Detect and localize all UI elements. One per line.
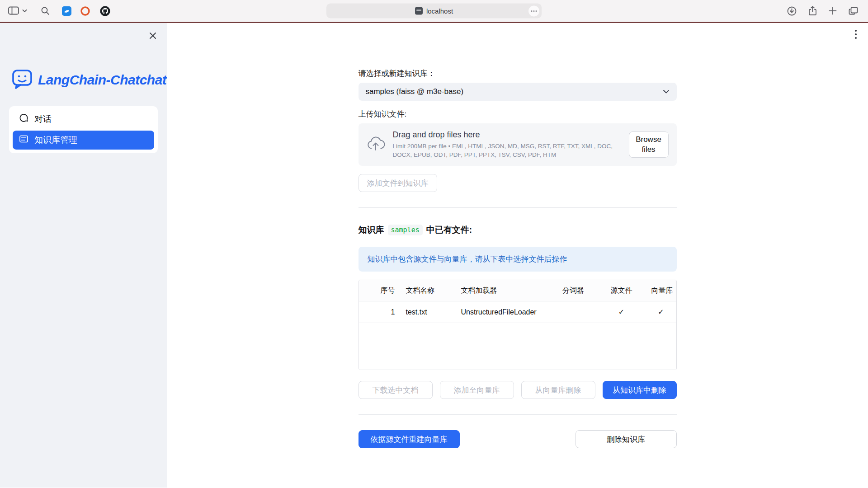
col-header-splitter: 分词器: [550, 286, 597, 296]
kb-heading-prefix: 知识库: [359, 224, 384, 236]
sidebar-toggle-icon[interactable]: [8, 6, 20, 15]
tab-overview-icon[interactable]: [849, 7, 858, 15]
upload-label: 上传知识文件:: [359, 109, 677, 119]
cell-source-check: ✓: [597, 308, 646, 316]
dropzone-title: Drag and drop files here: [393, 130, 621, 140]
downloads-icon[interactable]: [787, 6, 797, 16]
info-banner: 知识库中包含源文件与向量库，请从下表中选择文件后操作: [359, 247, 677, 272]
files-table: 序号 文档名称 文档加载器 分词器 源文件 向量库 1 test.txt Uns…: [359, 280, 677, 370]
delete-kb-button[interactable]: 删除知识库: [576, 430, 677, 448]
url-text: localhost: [426, 7, 453, 15]
remove-from-vector-button[interactable]: 从向量库删除: [521, 381, 595, 399]
kb-select-label: 请选择或新建知识库：: [359, 68, 677, 79]
col-header-loader: 文档加载器: [456, 286, 550, 296]
browse-files-button[interactable]: Browse files: [629, 131, 669, 158]
sidebar-nav: 对话 知识库管理: [9, 106, 158, 153]
address-bar[interactable]: localhost: [326, 4, 542, 19]
record-ring-icon[interactable]: [80, 6, 90, 16]
cell-loader: UnstructuredFileLoader: [456, 308, 550, 316]
kb-heading-suffix: 中已有文件:: [426, 224, 472, 236]
blue-app-icon[interactable]: [61, 6, 72, 16]
file-dropzone[interactable]: Drag and drop files here Limit 200MB per…: [359, 123, 677, 166]
sidebar-item-dialogue[interactable]: 对话: [13, 110, 154, 129]
app-menu-icon[interactable]: [854, 29, 857, 41]
app-logo: LangChain-Chatchat: [12, 69, 167, 91]
sidebar-chevron-icon[interactable]: [22, 9, 27, 13]
section-divider: [359, 414, 677, 415]
kb-select[interactable]: samples (faiss @ m3e-base): [359, 83, 677, 101]
delete-from-kb-button[interactable]: 从知识库中删除: [603, 381, 677, 399]
cell-vector-check: ✓: [646, 308, 676, 316]
kb-name-code: samples: [388, 225, 423, 235]
page-more-icon[interactable]: [528, 5, 539, 16]
search-icon[interactable]: [41, 6, 50, 15]
chevron-down-icon: [663, 87, 670, 96]
app-sidebar: LangChain-Chatchat 对话 知识库管理: [0, 23, 167, 488]
kb-files-heading: 知识库 samples 中已有文件:: [359, 224, 677, 236]
new-tab-icon[interactable]: [829, 7, 837, 15]
col-header-vector: 向量库: [646, 286, 676, 296]
sidebar-item-label: 对话: [34, 113, 52, 125]
download-selected-button[interactable]: 下载选中文档: [359, 381, 433, 399]
col-header-source: 源文件: [597, 286, 646, 296]
add-to-kb-button[interactable]: 添加文件到知识库: [359, 174, 437, 192]
share-icon[interactable]: [808, 6, 817, 16]
col-header-index: 序号: [359, 286, 401, 296]
table-row[interactable]: 1 test.txt UnstructuredFileLoader ✓ ✓: [359, 301, 676, 323]
github-icon[interactable]: [99, 5, 111, 17]
kb-list-icon: [19, 134, 28, 146]
table-empty-area: [359, 323, 676, 370]
sidebar-item-kb-management[interactable]: 知识库管理: [13, 131, 154, 150]
col-header-name: 文档名称: [401, 286, 456, 296]
add-to-vector-button[interactable]: 添加至向量库: [440, 381, 514, 399]
cell-name: test.txt: [401, 308, 456, 316]
dropzone-limit: Limit 200MB per file • EML, HTML, JSON, …: [393, 142, 621, 160]
kb-bottom-actions: 依据源文件重建向量库 删除知识库: [359, 430, 677, 448]
browser-toolbar: localhost: [0, 0, 868, 22]
file-actions: 下载选中文档 添加至向量库 从向量库删除 从知识库中删除: [359, 381, 677, 399]
sidebar-close-icon[interactable]: [146, 29, 160, 42]
chat-bubble-icon: [19, 113, 28, 125]
rebuild-vector-store-button[interactable]: 依据源文件重建向量库: [359, 430, 460, 448]
logo-chat-icon: [12, 69, 33, 91]
logo-text: LangChain-Chatchat: [38, 72, 166, 88]
cell-index: 1: [359, 308, 401, 316]
app-main: 请选择或新建知识库： samples (faiss @ m3e-base) 上传…: [167, 23, 868, 488]
sidebar-item-label: 知识库管理: [34, 134, 77, 146]
cloud-upload-icon: [367, 136, 385, 153]
section-divider: [359, 207, 677, 208]
kb-select-value: samples (faiss @ m3e-base): [366, 87, 464, 96]
files-table-header: 序号 文档名称 文档加载器 分词器 源文件 向量库: [359, 280, 676, 301]
site-favicon: [415, 7, 423, 15]
